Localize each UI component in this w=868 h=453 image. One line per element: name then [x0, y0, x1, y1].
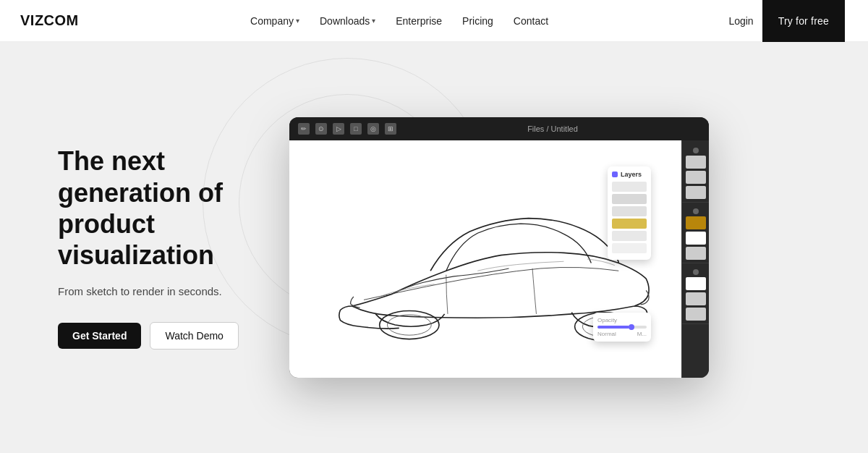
nav-pricing[interactable]: Pricing	[454, 11, 502, 31]
panel-dot	[693, 208, 699, 214]
logo: VIZCOM	[20, 12, 79, 29]
pencil-icon[interactable]: ✏	[298, 123, 310, 135]
hero-text: The next generation of product visualiza…	[58, 145, 246, 349]
layers-dot	[612, 172, 618, 177]
app-window: ✏ ⊙ ▷ □ ◎ ⊞ Files / Untitled	[289, 117, 709, 378]
hero-title: The next generation of product visualiza…	[58, 145, 246, 271]
opacity-fill	[597, 326, 629, 329]
panel-section-3	[682, 266, 709, 324]
layer-item[interactable]	[612, 194, 647, 204]
rect-icon[interactable]: □	[350, 123, 362, 135]
navbar: VIZCOM Company ▾ Downloads ▾ Enterprise …	[0, 0, 868, 42]
opacity-track[interactable]	[597, 326, 647, 329]
nav-right: Login Try for free	[720, 0, 845, 42]
hero-subtitle: From sketch to render in seconds.	[58, 284, 246, 300]
lasso-icon[interactable]: ◎	[367, 123, 379, 135]
nav-links: Company ▾ Downloads ▾ Enterprise Pricing…	[242, 11, 557, 31]
panel-thumbnail[interactable]	[686, 171, 706, 184]
hero-section: The next generation of product visualiza…	[0, 0, 868, 453]
panel-dot	[693, 148, 699, 153]
panel-section-1	[682, 145, 709, 203]
login-button[interactable]: Login	[720, 11, 762, 31]
hero-inner: The next generation of product visualiza…	[0, 88, 868, 407]
chevron-down-icon: ▾	[296, 17, 299, 25]
panel-dot	[693, 269, 699, 275]
layer-item[interactable]	[612, 243, 647, 253]
app-body: Layers Opacity	[289, 140, 709, 378]
panel-thumbnail[interactable]	[686, 186, 706, 199]
try-for-free-button[interactable]: Try for free	[762, 0, 845, 42]
panel-section-2	[682, 206, 709, 263]
nav-company[interactable]: Company ▾	[242, 11, 308, 31]
layer-item[interactable]	[612, 182, 647, 192]
layer-item[interactable]	[612, 219, 647, 229]
panel-thumbnail[interactable]	[686, 247, 706, 260]
panel-thumbnail-active[interactable]	[686, 216, 706, 229]
panel-thumbnail[interactable]	[686, 232, 706, 245]
titlebar-tools: ✏ ⊙ ▷ □ ◎ ⊞	[298, 123, 396, 135]
nav-contact[interactable]: Contact	[505, 11, 557, 31]
hero-buttons: Get Started Watch Demo	[58, 322, 246, 350]
app-canvas[interactable]: Layers Opacity	[289, 140, 681, 378]
titlebar-title: Files / Untitled	[405, 124, 700, 133]
app-titlebar: ✏ ⊙ ▷ □ ◎ ⊞ Files / Untitled	[289, 117, 709, 140]
play-icon[interactable]: ▷	[333, 123, 344, 135]
watch-demo-button[interactable]: Watch Demo	[150, 322, 238, 350]
layers-panel: Layers	[608, 166, 651, 260]
blend-mode: Normal M...	[597, 331, 647, 337]
select-icon[interactable]: ⊙	[315, 123, 327, 135]
svg-point-0	[380, 311, 439, 339]
image-icon[interactable]: ⊞	[385, 123, 396, 135]
hero-app: ✏ ⊙ ▷ □ ◎ ⊞ Files / Untitled	[289, 117, 810, 378]
panel-thumbnail[interactable]	[686, 292, 706, 305]
opacity-thumb[interactable]	[629, 324, 634, 330]
page: VIZCOM Company ▾ Downloads ▾ Enterprise …	[0, 0, 868, 453]
nav-downloads[interactable]: Downloads ▾	[311, 11, 384, 31]
nav-enterprise[interactable]: Enterprise	[387, 11, 451, 31]
layer-item[interactable]	[612, 231, 647, 241]
opacity-panel: Opacity Normal M...	[593, 313, 651, 342]
chevron-down-icon: ▾	[372, 17, 375, 25]
get-started-button[interactable]: Get Started	[58, 323, 141, 349]
panel-thumbnail[interactable]	[686, 308, 706, 321]
app-right-panel	[681, 140, 709, 378]
layer-item[interactable]	[612, 206, 647, 216]
panel-thumbnail[interactable]	[686, 156, 706, 169]
panel-thumbnail[interactable]	[686, 277, 706, 290]
